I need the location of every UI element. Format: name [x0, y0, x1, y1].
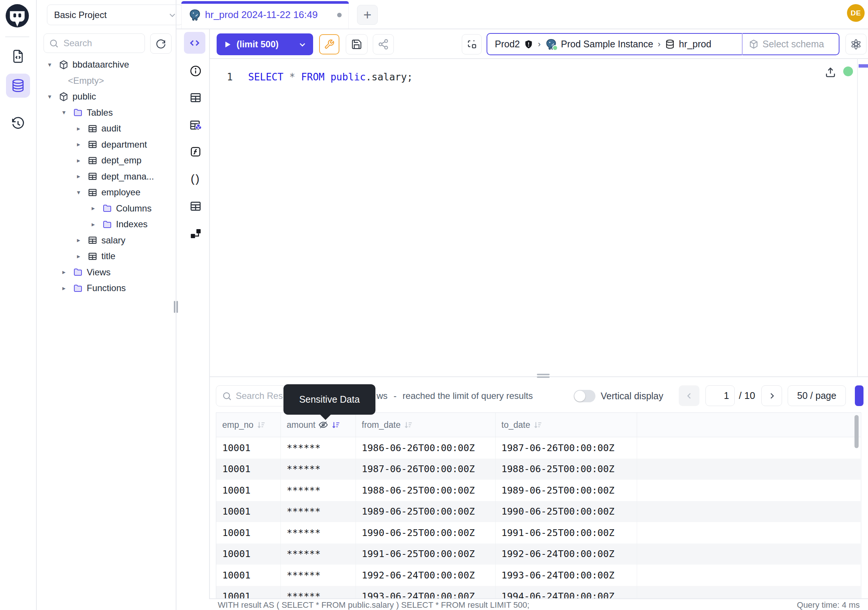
- run-query-button[interactable]: (limit 500): [217, 33, 313, 55]
- result-summary: ws - reached the limit of query results: [377, 385, 533, 407]
- chevron-right-icon[interactable]: ▸: [77, 252, 87, 260]
- chevron-right-icon[interactable]: ▸: [77, 157, 87, 165]
- project-selector[interactable]: Basic Project: [47, 5, 183, 25]
- ai-assistant-button[interactable]: [845, 34, 866, 54]
- chevron-down-icon[interactable]: ▾: [62, 109, 72, 116]
- table-icon: [189, 200, 202, 213]
- page-number-input[interactable]: [705, 385, 735, 406]
- tree-item-views[interactable]: ▸Views: [36, 264, 175, 281]
- table-detail-button[interactable]: [188, 199, 203, 214]
- save-button[interactable]: [346, 34, 367, 54]
- chevron-left-icon: [684, 391, 694, 401]
- sort-icon[interactable]: [404, 420, 413, 430]
- search-icon: [49, 38, 59, 48]
- splitter-handle[interactable]: [537, 374, 550, 375]
- sort-icon[interactable]: [331, 420, 341, 430]
- export-button-clipped[interactable]: [855, 385, 863, 406]
- tree-item-dept-emp[interactable]: ▸dept_emp: [36, 152, 175, 169]
- column-header-from_date[interactable]: from_date: [355, 413, 495, 437]
- sort-icon[interactable]: [256, 420, 266, 430]
- instance-status-dot: [552, 45, 558, 51]
- select-schema-button[interactable]: Select schema: [749, 34, 824, 54]
- table-info-button[interactable]: [188, 90, 203, 105]
- next-page-button[interactable]: [761, 385, 782, 406]
- share-button[interactable]: [373, 34, 394, 54]
- tree-item-employee[interactable]: ▾employee: [36, 185, 175, 200]
- table-cell: 1991-06-25T00:00:00Z: [355, 543, 495, 565]
- chevron-down-icon[interactable]: ▾: [48, 61, 58, 69]
- export-result-icon[interactable]: [825, 66, 837, 78]
- tree-item-label: employee: [101, 187, 140, 197]
- wrench-icon: [324, 39, 335, 50]
- tree-item-functions[interactable]: ▸Functions: [36, 280, 175, 296]
- chevron-right-icon[interactable]: ▸: [77, 172, 87, 180]
- table-icon: [87, 155, 98, 166]
- tree-item-bbdataarchive[interactable]: ▾bbdataarchive: [36, 57, 175, 73]
- sidebar-item-history[interactable]: [6, 111, 30, 135]
- sort-icon[interactable]: [533, 420, 542, 430]
- editor-mode-button[interactable]: [184, 32, 205, 54]
- tree-item-dept-mana-[interactable]: ▸dept_mana...: [36, 169, 175, 185]
- page-size-select[interactable]: 50 / page: [787, 385, 846, 406]
- new-tab-button[interactable]: +: [357, 5, 378, 25]
- sensitive-data-button[interactable]: [188, 118, 203, 133]
- sidebar-item-worksheets[interactable]: [6, 44, 30, 68]
- info-button[interactable]: [188, 64, 203, 79]
- tree-item-department[interactable]: ▸department: [36, 137, 175, 153]
- chevron-down-icon[interactable]: [298, 40, 307, 49]
- tree-item-audit[interactable]: ▸audit: [36, 121, 175, 137]
- vertical-display-toggle[interactable]: [574, 390, 595, 402]
- chevron-right-icon[interactable]: ▸: [77, 140, 87, 148]
- chevron-right-icon[interactable]: ▸: [91, 220, 101, 228]
- project-selector-label: Basic Project: [54, 10, 107, 20]
- chevron-right-icon[interactable]: ▸: [77, 125, 87, 133]
- column-header-amount[interactable]: amount: [281, 413, 355, 437]
- schema-diagram-button[interactable]: [188, 226, 203, 241]
- chevron-right-icon[interactable]: ▸: [77, 236, 87, 244]
- breadcrumb-connection-path[interactable]: Prod2 › Prod Sample Instance › hr_prod: [487, 34, 711, 54]
- sidebar-item-databases[interactable]: [6, 74, 30, 98]
- file-code-icon: [11, 49, 25, 64]
- bytebase-logo[interactable]: [5, 3, 29, 28]
- tab-hr-prod[interactable]: hr_prod 2024-11-22 16:49: [181, 1, 349, 28]
- chevron-right-icon[interactable]: ▸: [62, 268, 72, 276]
- functions-button[interactable]: [188, 144, 203, 159]
- tree-item-columns[interactable]: ▸Columns: [36, 200, 175, 217]
- sql-editor-line[interactable]: SELECT * FROM public.salary;: [248, 71, 412, 83]
- table-cell: [637, 565, 860, 586]
- chevron-right-icon[interactable]: ▸: [91, 204, 101, 212]
- splitter-handle[interactable]: [537, 376, 550, 378]
- admin-wrench-button[interactable]: [319, 34, 339, 54]
- tree-item-salary[interactable]: ▸salary: [36, 233, 175, 249]
- chevron-right-icon[interactable]: ▸: [62, 284, 72, 292]
- refresh-tree-button[interactable]: [150, 33, 172, 54]
- connection-breadcrumb[interactable]: Prod2 › Prod Sample Instance › hr_prod S…: [487, 33, 840, 55]
- column-header-emp_no[interactable]: emp_no: [216, 413, 281, 437]
- table-cell: 1989-06-25T00:00:00Z: [495, 480, 637, 501]
- table-row: 10001******1990-06-25T00:00:00Z1991-06-2…: [216, 522, 860, 543]
- tree-item-title[interactable]: ▸title: [36, 248, 175, 264]
- panel-resize-handle[interactable]: [174, 301, 175, 313]
- table-cell: 1992-06-24T00:00:00Z: [495, 543, 637, 565]
- summary-dash: -: [394, 391, 397, 401]
- function-icon: [189, 145, 202, 158]
- table-cell: 10001: [216, 586, 281, 599]
- panel-resize-handle[interactable]: [177, 301, 178, 313]
- tree-item-indexes[interactable]: ▸Indexes: [36, 216, 175, 233]
- instance-label: Prod Sample Instance: [561, 39, 653, 50]
- chevron-down-icon[interactable]: ▾: [48, 93, 58, 101]
- user-avatar[interactable]: DE: [847, 4, 865, 22]
- tree-item-public[interactable]: ▾public: [36, 88, 175, 105]
- table-icon: [87, 188, 98, 197]
- chevron-down-icon[interactable]: ▾: [77, 189, 87, 196]
- column-header-to_date[interactable]: to_date: [495, 413, 637, 437]
- parameters-button[interactable]: (): [188, 171, 203, 186]
- results-scrollbar-thumb[interactable]: [854, 415, 859, 448]
- tree-item-tables[interactable]: ▾Tables: [36, 105, 175, 121]
- postgresql-icon: [545, 38, 557, 50]
- tree-item--empty-[interactable]: <Empty>: [36, 73, 175, 89]
- connection-button[interactable]: [462, 34, 482, 54]
- prev-page-button[interactable]: [679, 385, 699, 406]
- tree-item-label: dept_mana...: [101, 171, 154, 182]
- table-cell: [637, 480, 860, 501]
